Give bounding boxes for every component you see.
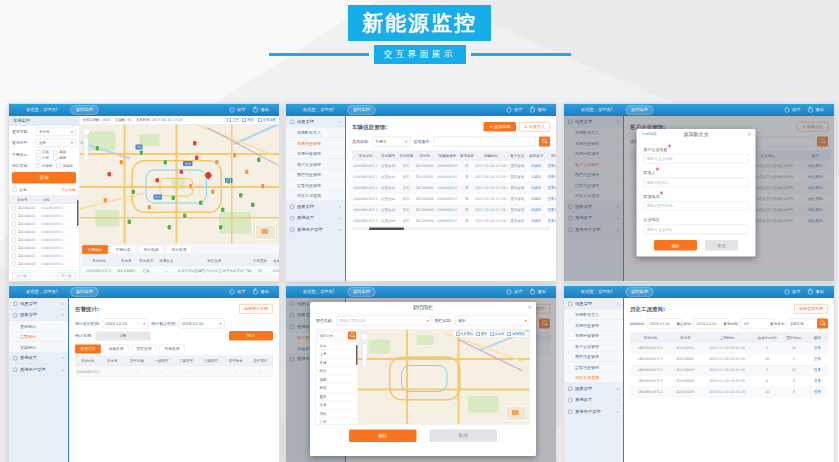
vehicle-marker[interactable] [195, 155, 199, 160]
sidebar-item[interactable]: 车辆信息管理 [564, 320, 623, 331]
vehicle-marker[interactable] [251, 203, 255, 208]
logout-label[interactable]: 退出 [816, 107, 825, 113]
bind-checkbox-option[interactable]: 未绑定 [57, 163, 74, 168]
horizontal-scrollbar[interactable] [352, 228, 550, 231]
fence-draw-tool[interactable]: 圆形 [476, 332, 487, 337]
fence-type-select[interactable]: 圆形 [455, 316, 530, 326]
sidebar-item[interactable]: 车辆审核管理 [286, 149, 345, 160]
fence-draw-tool[interactable]: 多边形 [490, 332, 504, 337]
query-type-select[interactable]: 车辆号 [372, 137, 410, 147]
checkbox[interactable] [12, 254, 17, 259]
logout-label[interactable]: 退出 [261, 289, 270, 295]
vehicle-list-row[interactable]: 京A·D0004 LSVAM4187C2 [9, 228, 79, 236]
vehicle-marker[interactable] [211, 190, 215, 195]
checkbox[interactable] [12, 222, 17, 227]
cancel-button[interactable]: 取消 [430, 430, 498, 443]
monitor-map[interactable]: G6G45S12G2 [80, 125, 280, 244]
vehicle-marker[interactable] [131, 190, 135, 195]
vehicle-marker[interactable] [245, 170, 249, 175]
batch-import-button[interactable]: 批量导入 [519, 122, 550, 132]
city-list-item[interactable]: 天津 [317, 359, 358, 368]
logout-label[interactable]: 退出 [538, 289, 547, 295]
vehicle-list-row[interactable]: 京A·D0005 LSVAM4187C2 [9, 236, 79, 244]
status-checkbox-option[interactable]: 故障 [53, 156, 66, 161]
settings-label[interactable]: 设置 [792, 289, 801, 295]
bottom-tab[interactable]: 车辆信息 [110, 245, 136, 254]
sidebar-item[interactable]: 告警信息管理 [564, 362, 623, 373]
sidebar-item[interactable]: 告警信息管理 [286, 180, 345, 191]
checkbox[interactable] [36, 150, 41, 155]
city-list-item[interactable]: 北京 [317, 342, 358, 351]
sidebar-item[interactable]: 车辆审核管理 [564, 331, 623, 342]
realtime-monitor-button[interactable]: 实时监控 [70, 106, 98, 115]
power-icon[interactable] [808, 290, 813, 295]
sidebar-item[interactable]: 系统用户管理 ∨ [286, 224, 345, 236]
vehicle-marker[interactable] [219, 225, 223, 230]
sidebar-item[interactable]: 系统设置 ∨ [564, 395, 623, 407]
settings-label[interactable]: 设置 [792, 107, 801, 113]
vehicle-list-row[interactable]: 京A·D0006 LSVAM4187C2 [9, 244, 79, 252]
sidebar-item[interactable]: 报表管理 ∨ [286, 201, 345, 213]
sidebar-item[interactable]: 历史工况查询 [286, 191, 345, 202]
search-button[interactable] [539, 137, 550, 147]
power-icon[interactable] [253, 290, 258, 295]
status-checkbox-option[interactable]: 离线 [53, 150, 66, 155]
gear-icon[interactable] [230, 108, 235, 113]
sidebar-item[interactable]: 围栏信息管理 [564, 352, 623, 363]
fence-map[interactable]: 矩形围栏圆形多边形清除围栏 [358, 330, 530, 424]
sidebar-item[interactable]: 告警统计 [9, 332, 68, 343]
field-input[interactable] [644, 178, 749, 188]
checkbox[interactable] [57, 163, 62, 168]
search-input[interactable] [434, 137, 536, 147]
scrollbar[interactable] [77, 200, 79, 226]
map-zoom-control[interactable] [362, 343, 367, 367]
sidebar-item[interactable]: 车辆数据导入 [564, 310, 623, 321]
gear-icon[interactable] [785, 290, 790, 295]
settings-label[interactable]: 设置 [514, 107, 523, 113]
vehicle-marker[interactable] [139, 151, 143, 156]
vehicle-marker[interactable] [183, 213, 187, 218]
checkbox[interactable] [12, 230, 17, 235]
sidebar-item[interactable]: 系统用户管理 ∨ [9, 364, 68, 376]
realtime-monitor-button[interactable]: 实时监控 [625, 106, 653, 115]
bottom-tab[interactable]: 历史轨迹 [138, 245, 164, 254]
query-type-select[interactable]: 车辆号 [36, 128, 76, 137]
realtime-monitor-button[interactable]: 实时监控 [625, 288, 653, 297]
vehicle-marker[interactable] [147, 205, 151, 210]
sidebar-item[interactable]: 报表管理 ∧ [9, 310, 68, 322]
city-list-item[interactable]: 成都 [317, 376, 358, 385]
date-select[interactable]: 2019-12-10 [179, 319, 225, 329]
city-list-item[interactable]: 重庆 [317, 393, 358, 402]
sidebar-item[interactable]: 客户企业管理 [564, 341, 623, 352]
map-tool-button[interactable]: 卫星 [227, 118, 238, 123]
checkbox[interactable] [12, 238, 17, 243]
confirm-button[interactable]: 确认 [654, 240, 697, 251]
city-list-item[interactable]: 西安 [317, 384, 358, 393]
field-input[interactable] [644, 154, 749, 164]
sidebar-item[interactable]: 车辆信息管理 [286, 138, 345, 149]
map-overview-thumbnail[interactable] [506, 406, 527, 422]
stat-tab[interactable]: 围栏告警 [131, 345, 157, 354]
status-checkbox-option[interactable]: 行驶 [36, 156, 49, 161]
field-input[interactable] [644, 225, 749, 235]
city-list-item[interactable]: 上海 [317, 350, 358, 359]
gear-icon[interactable] [230, 290, 235, 295]
field-input[interactable] [644, 201, 749, 211]
vehicle-marker[interactable] [189, 184, 193, 189]
logout-label[interactable]: 退出 [261, 107, 270, 113]
select-vehicles-button[interactable]: 选择统计车辆 [239, 304, 273, 314]
map-zoom-control[interactable] [84, 138, 89, 162]
vehicle-marker[interactable] [171, 196, 175, 201]
vehicle-list-row[interactable]: 京A·D0002 LSVAM4187C2 [9, 212, 79, 220]
vehicle-list-row[interactable]: 京A·D0003 LSVAM4187C2 [9, 220, 79, 228]
sidebar-item[interactable]: 历史工况查询 [564, 373, 623, 384]
checkbox[interactable] [12, 262, 17, 267]
close-icon[interactable]: × [527, 304, 532, 311]
date-select[interactable]: 2019-12-10 [102, 319, 148, 329]
power-icon[interactable] [530, 108, 535, 113]
fence-name-input[interactable]: 请输入围栏名称 [336, 316, 431, 326]
vehicle-marker[interactable] [257, 158, 261, 163]
vehicle-marker[interactable] [119, 160, 123, 165]
map-tool-button[interactable]: 全屏地图 [258, 118, 276, 123]
fence-draw-tool[interactable]: 清除围栏 [508, 332, 526, 337]
